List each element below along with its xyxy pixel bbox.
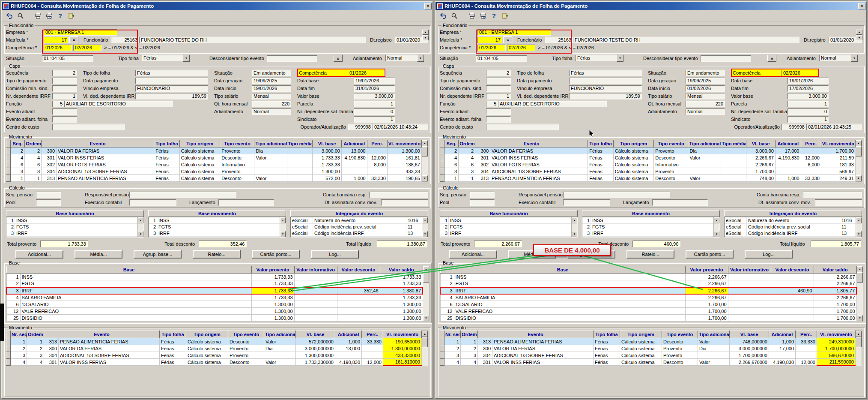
adiantamento-combo[interactable]: Normal ▼ (385, 55, 424, 62)
scroll-down-icon[interactable]: ▼ (857, 315, 863, 321)
print-preview-icon[interactable] (44, 11, 54, 21)
movimento-detail-row[interactable]: 1 1 313 PENSAO ALIMENTICIA FERIAS Férias… (6, 338, 422, 345)
titlebar[interactable]: RHUFC004 - Consulta Movimentação de Folh… (435, 2, 866, 10)
col-header[interactable]: Tipo folha (588, 140, 614, 147)
col-header[interactable]: Base (6, 266, 251, 274)
base-movimento-header[interactable]: Base movimento (148, 210, 286, 217)
spin-down-icon[interactable]: ▼ (422, 35, 429, 40)
scroll-up-icon[interactable]: ▲ (856, 140, 862, 146)
base-movimento-header[interactable]: Base movimento (582, 210, 720, 217)
chevron-down-icon[interactable]: ▼ (417, 55, 424, 62)
list-item[interactable]: eSocial Natureza do evento 1016 (291, 217, 422, 224)
action-button[interactable]: Cartão ponto... (686, 250, 734, 259)
scroll-up-icon[interactable]: ▲ (138, 217, 143, 223)
competencia-ate-field[interactable]: 02/2026 (73, 45, 101, 51)
list-item[interactable]: 3 IRRF (6, 230, 137, 237)
titlebar[interactable]: RHUFC004 - Consulta Movimentação de Folh… (2, 2, 433, 10)
list-item[interactable]: eSocial Código incidência IRRF 13 (291, 230, 422, 237)
list-item[interactable]: 3 IRRF (440, 230, 571, 237)
base-row[interactable]: 6 13.SALARIO 1.300,00 1.300,00 (6, 301, 423, 308)
list-item[interactable]: 1 INSS (440, 217, 571, 224)
col-header[interactable]: Vl. movimento (387, 140, 421, 147)
vertical-scrollbar[interactable]: ▲ ▼ (857, 266, 863, 322)
print-icon[interactable] (33, 11, 43, 21)
movimento-detail-row[interactable]: 4 4 301 VALOR INSS FERIAS Férias Cálculo… (440, 359, 856, 366)
col-header[interactable]: Base (440, 266, 685, 274)
competencia-ate-field[interactable]: 02/2026 (507, 45, 535, 51)
movimento-detail-row[interactable]: 4 4 301 VALOR INSS FERIAS Férias Cálculo… (6, 359, 422, 366)
list-scrollbar[interactable]: ▲ ▼ (280, 217, 286, 237)
col-header[interactable]: Vl. base (746, 140, 776, 147)
matricula-lookup-button[interactable]: » (503, 36, 512, 43)
action-button[interactable]: Cartão ponto... (252, 250, 300, 259)
desconsiderar-lookup-button[interactable]: » (767, 55, 776, 62)
scroll-down-icon[interactable]: ▼ (856, 175, 862, 181)
competencia-de-field[interactable]: 01/2026 (44, 45, 72, 51)
chevron-down-icon[interactable]: ▼ (183, 55, 190, 62)
scroll-up-icon[interactable]: ▲ (857, 266, 863, 272)
col-header[interactable]: Evento (475, 140, 588, 147)
col-header[interactable]: Tipo evento (228, 331, 264, 338)
action-button[interactable]: Adicional... (449, 250, 497, 259)
scroll-down-icon[interactable]: ▼ (714, 231, 719, 237)
funcionario-nome-field[interactable]: FUNCIONARIO TESTE DO RH (139, 37, 366, 43)
scroll-up-icon[interactable]: ▲ (422, 217, 428, 223)
close-icon[interactable]: ✕ (858, 3, 865, 9)
col-header[interactable]: Tipo adicional (254, 140, 287, 147)
col-header[interactable]: Valor provento (251, 266, 294, 274)
col-header[interactable]: Ordem (25, 140, 42, 147)
col-header[interactable]: Tipo folha (160, 331, 186, 338)
col-header[interactable]: Valor desconto (337, 266, 380, 274)
list-item[interactable]: eSocial Código incidência IRRF 13 (725, 230, 856, 237)
base-row[interactable]: 12 VALE REFEICAO 1.300,00 1.300,00 (6, 308, 423, 315)
col-header[interactable]: Evento (44, 331, 160, 338)
base-row[interactable]: 2 FGTS 2.266,67 2.266,67 (440, 280, 856, 287)
matricula-field[interactable]: 17 (477, 37, 502, 43)
list-item[interactable]: 2 FGTS (6, 224, 137, 230)
scroll-thumb[interactable] (857, 272, 863, 283)
list-item[interactable]: eSocial Natureza do evento 1016 (725, 217, 856, 224)
base-row[interactable]: 4 SALARIO FAMILIA 1.733,33 1.733,33 (6, 294, 423, 301)
col-header[interactable]: Perc. (362, 331, 383, 338)
col-header[interactable]: Tipo origem (620, 331, 662, 338)
tipo-folha-combo[interactable]: Férias ▼ (142, 55, 190, 62)
list-item[interactable]: 1 INSS (149, 217, 280, 224)
scroll-up-icon[interactable]: ▲ (856, 217, 862, 223)
movimento-detail-row[interactable]: 2 2 300 VALOR DA FERIAS Férias Cálculo s… (440, 345, 856, 352)
movimento-row[interactable]: 3 3 304 ADICIONAL 1/3 SOBRE FERIAS Féria… (6, 168, 422, 175)
base-row[interactable]: 12 VALE REFEICAO 1.700,00 1.700,00 (440, 308, 856, 315)
base-row[interactable]: 3 IRRF 2.266,67 460,90 1.805,77 (440, 287, 856, 294)
col-header[interactable]: Tipo adicional (698, 331, 730, 338)
list-item[interactable]: eSocial Código incidência prev. social 1… (725, 224, 856, 230)
list-scrollbar[interactable]: ▲ ▼ (422, 217, 428, 237)
spin-up-icon[interactable]: ▲ (422, 30, 429, 35)
action-button[interactable]: Média... (75, 250, 122, 259)
base-funcionario-header[interactable]: Base funcionário (6, 210, 144, 217)
scroll-thumb[interactable] (856, 146, 862, 156)
col-header[interactable]: Tipo adicional (264, 331, 296, 338)
col-header[interactable]: Tipo evento (220, 140, 254, 147)
list-scrollbar[interactable]: ▲ ▼ (137, 217, 143, 237)
base-row[interactable]: 1 INSS 2.266,67 2.266,67 (440, 274, 856, 280)
base-row[interactable]: 4 SALARIO FAMILIA 2.266,67 2.266,67 (440, 294, 856, 301)
matricula-field[interactable]: 17 (44, 37, 69, 43)
movimento-detail-row[interactable]: 3 3 304 ADICIONAL 1/3 SOBRE FERIAS Féria… (440, 352, 856, 359)
situacao-field[interactable]: 01 :04 :05 (42, 55, 93, 62)
empresa-field[interactable]: 001 - EMPRESA 1 (44, 29, 117, 36)
col-header[interactable]: Vl. movimento (821, 140, 855, 147)
scroll-up-icon[interactable]: ▲ (714, 217, 719, 223)
spin-up-icon[interactable]: ▲ (856, 30, 862, 35)
base-row[interactable]: 25 DISSIDIO 1.300,00 1.300,00 (6, 315, 423, 322)
list-item[interactable]: 2 FGTS (149, 224, 280, 230)
col-header[interactable]: Adicional (769, 331, 796, 338)
scroll-up-icon[interactable]: ▲ (423, 266, 429, 272)
scroll-track[interactable] (422, 347, 428, 366)
search-icon[interactable] (15, 11, 25, 21)
base-funcionario-header[interactable]: Base funcionário (440, 210, 578, 217)
matricula-lookup-button[interactable]: » (69, 36, 78, 43)
print-icon[interactable] (467, 11, 477, 21)
integracao-header[interactable]: Integração do evento (724, 210, 862, 217)
col-header[interactable]: Valor saldo (380, 266, 423, 274)
col-header[interactable]: Vl. base (730, 331, 769, 338)
col-header[interactable]: Adicional (775, 140, 801, 147)
